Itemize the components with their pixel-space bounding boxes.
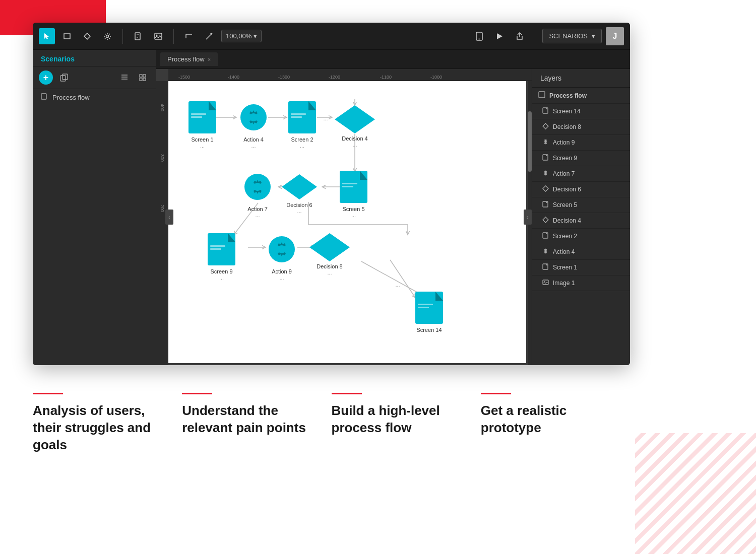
- arrow-dots-d8-s14: ...: [395, 282, 400, 288]
- grid-view-btn[interactable]: [136, 71, 150, 85]
- svg-marker-2: [84, 33, 90, 39]
- svg-rect-24: [41, 94, 46, 99]
- main-area: Scenarios + Process flo: [33, 50, 630, 365]
- settings-tool[interactable]: [99, 28, 115, 44]
- layer-item-action9[interactable]: Action 9: [532, 135, 630, 151]
- screen9-dots: ...: [219, 274, 224, 281]
- ruler-tick: -1100: [380, 69, 392, 81]
- svg-rect-38: [191, 116, 202, 118]
- layer-label-screen2: Screen 2: [553, 233, 577, 240]
- duplicate-btn[interactable]: [57, 71, 71, 85]
- layer-item-action4[interactable]: Action 4: [532, 244, 630, 260]
- gear-icon: [542, 138, 549, 147]
- gear-icon: [542, 170, 549, 178]
- separator3: [535, 29, 535, 44]
- node-screen5: Screen 5 ...: [340, 171, 367, 218]
- zoom-control[interactable]: 100,00% ▾: [221, 30, 262, 42]
- node-action4: Action 4 ...: [240, 104, 267, 149]
- sidebar-header: Scenarios: [33, 50, 156, 66]
- layer-item-decision6[interactable]: Decision 6: [532, 182, 630, 197]
- decision6-label: Decision 6: [286, 202, 312, 208]
- elbow-connector-tool[interactable]: [181, 28, 197, 44]
- layer-label-image1: Image 1: [553, 280, 575, 287]
- screen2-dots: ...: [300, 143, 304, 149]
- ruler-tick: -1400: [228, 69, 239, 81]
- svg-rect-43: [291, 116, 302, 118]
- svg-marker-56: [309, 233, 350, 261]
- mobile-preview-btn[interactable]: [471, 28, 487, 44]
- bottom-card-line-1: [33, 393, 63, 394]
- layer-item-screen9[interactable]: Screen 9: [532, 151, 630, 166]
- separator1: [122, 29, 123, 44]
- decision6-dots: ...: [297, 208, 301, 214]
- layer-label-process-flow-root: Process flow: [549, 92, 587, 99]
- node-action9: Action 9 ...: [269, 236, 295, 281]
- layer-label-action7: Action 7: [553, 170, 575, 177]
- bottom-card-text-3: Build a high-level process flow: [332, 402, 466, 437]
- add-scenario-btn[interactable]: +: [39, 71, 53, 85]
- layer-item-screen14[interactable]: Screen 14: [532, 104, 630, 119]
- svg-rect-53: [210, 248, 221, 250]
- layer-label-screen9: Screen 9: [553, 155, 577, 162]
- list-view-btn[interactable]: [117, 71, 132, 85]
- layer-item-decision8[interactable]: Decision 8: [532, 119, 630, 135]
- layer-item-screen1[interactable]: Screen 1: [532, 260, 630, 275]
- svg-point-74: [544, 281, 545, 282]
- svg-rect-60: [418, 307, 429, 308]
- scenarios-label: SCENARIOS: [549, 32, 588, 40]
- screen1-dots: ...: [200, 143, 205, 149]
- canvas-wrapper[interactable]: -1500 -1400 -1300 -1200 -1100 -1000 -400…: [156, 69, 532, 365]
- node-screen2: Screen 2 ...: [288, 101, 316, 149]
- scenarios-dropdown[interactable]: SCENARIOS ▾: [542, 29, 602, 43]
- decision8-label: Decision 8: [317, 263, 342, 269]
- bottom-card-line-2: [182, 393, 212, 394]
- layer-label-action4: Action 4: [553, 248, 575, 255]
- diamond-tool[interactable]: [79, 28, 95, 44]
- screen-icon: [542, 154, 549, 162]
- connector-dots1: ...: [323, 115, 328, 121]
- diamond-icon: [542, 123, 549, 131]
- image-tool[interactable]: [150, 28, 166, 44]
- user-avatar[interactable]: J: [606, 27, 624, 45]
- svg-marker-67: [543, 186, 548, 191]
- layer-item-screen5[interactable]: Screen 5: [532, 197, 630, 213]
- layer-item-image1[interactable]: Image 1: [532, 275, 630, 291]
- process-flow-tab[interactable]: Process flow ×: [160, 52, 218, 66]
- play-btn[interactable]: [491, 28, 508, 44]
- ruler-tick: -1300: [278, 69, 290, 81]
- layer-item-process-flow-root[interactable]: Process flow: [532, 88, 630, 104]
- diamond-icon: [542, 217, 549, 225]
- bottom-card-text-4: Get a realistic prototype: [481, 402, 615, 437]
- layer-label-decision4: Decision 4: [553, 217, 581, 224]
- action7-label: Action 7: [247, 206, 268, 212]
- cursor-tool[interactable]: [39, 28, 55, 44]
- collapse-right-btn[interactable]: ›: [524, 210, 532, 225]
- bottom-card-3: Build a high-level process flow: [332, 393, 481, 453]
- bottom-content: Analysis of users, their struggles and g…: [33, 393, 630, 453]
- rectangle-tool[interactable]: [59, 28, 75, 44]
- action4-label: Action 4: [243, 136, 264, 143]
- tab-close-btn[interactable]: ×: [208, 56, 211, 62]
- document-tool[interactable]: [130, 28, 146, 44]
- node-decision8: Decision 8 ...: [309, 233, 350, 275]
- screen1-label: Screen 1: [191, 136, 213, 143]
- sidebar-item-process-flow[interactable]: Process flow: [33, 89, 156, 105]
- bottom-card-4: Get a realistic prototype: [481, 393, 630, 453]
- svg-rect-46: [342, 183, 357, 184]
- image-icon: [542, 279, 549, 287]
- bottom-card-line-3: [332, 393, 362, 394]
- diagonal-connector-tool[interactable]: [201, 28, 217, 44]
- layer-item-action7[interactable]: Action 7: [532, 166, 630, 182]
- collapse-left-btn[interactable]: ‹: [165, 210, 173, 225]
- share-btn[interactable]: [512, 28, 528, 44]
- scrollbar-thumb[interactable]: [528, 111, 532, 172]
- ruler-tick: -400: [156, 101, 168, 112]
- svg-marker-0: [44, 33, 49, 39]
- svg-point-3: [106, 35, 109, 37]
- sidebar-title: Scenarios: [41, 55, 75, 63]
- svg-point-40: [249, 113, 258, 121]
- layer-item-screen2[interactable]: Screen 2: [532, 229, 630, 244]
- layer-item-decision4[interactable]: Decision 4: [532, 213, 630, 229]
- stripe-decoration: [635, 423, 756, 554]
- screen14-label: Screen 14: [416, 327, 442, 333]
